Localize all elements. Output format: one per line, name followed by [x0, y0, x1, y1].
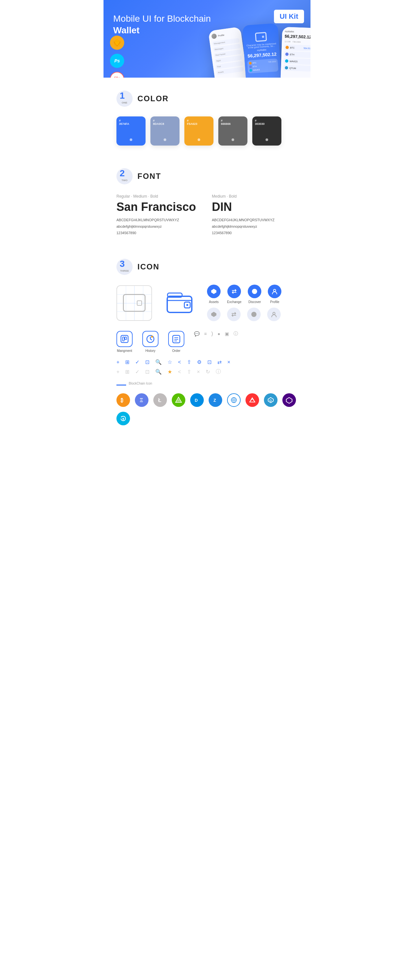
nav-icons-container: Assets Exchange Discover — [207, 285, 282, 321]
wallet-icon-outline-box — [116, 285, 152, 321]
hero-section: Mobile UI for Blockchain Wallet UI Kit P… — [104, 0, 310, 78]
color-grid: #3574FA #8DA0C8 #F5A623 #666666 #303 — [116, 116, 298, 146]
close-icon: × — [228, 360, 230, 365]
nav-discover: Discover — [248, 285, 261, 304]
nav-icons-bottom — [207, 308, 282, 321]
exchange-label: Exchange — [227, 300, 241, 304]
ps-badge: Ps — [110, 54, 124, 68]
poly-icon — [282, 393, 296, 407]
phone-mockups: Profile Management Messages Red Packet N… — [209, 24, 310, 78]
share-icon: ⇧ — [187, 359, 191, 365]
zel-icon: Z — [209, 393, 222, 407]
wallet-icon-outline — [123, 294, 145, 312]
ui-kit-badge: UI Kit — [274, 10, 304, 23]
check-icon: ✓ — [135, 359, 139, 365]
icon-main-row: Assets Exchange Discover — [116, 285, 298, 321]
svg-point-12 — [151, 336, 153, 338]
sf-name: San Francisco — [116, 200, 202, 214]
utility-icons-gray-row: + ⊞ ✓ ⊡ 🔍 ★ < ⇧ × ↻ ⓘ — [116, 368, 298, 375]
back-icon: < — [178, 360, 181, 365]
color-orange: #F5A623 — [184, 116, 213, 146]
font-section-header: 2 TWO FONT — [116, 168, 298, 185]
discover-label: Discover — [248, 300, 261, 304]
svg-point-3 — [186, 304, 188, 306]
grid-icon: ⊞ — [125, 359, 129, 365]
sf-numbers: 1234567890 — [116, 230, 202, 236]
order-label: Order — [172, 349, 180, 353]
profile-icon-gray — [267, 308, 281, 321]
order-icon-item: Order — [168, 331, 184, 353]
discover-icon — [248, 285, 261, 298]
number-two: 2 TWO — [116, 168, 132, 185]
sketch-badge — [110, 36, 124, 50]
svg-point-4 — [252, 289, 257, 294]
color-blue: #3574FA — [116, 116, 145, 146]
font-din: Medium · Bold DIN ABCDEFGHIJKLMNOPQRSTUV… — [212, 194, 298, 236]
screens-badge: 60+ Screens — [110, 72, 124, 78]
blockchain-line — [116, 385, 126, 385]
wallet-icon-blue — [167, 293, 193, 313]
number-three: 3 THREE — [116, 259, 132, 275]
stack-icon: ≡ — [204, 331, 207, 336]
star-icon-orange: ★ — [167, 369, 172, 375]
blockchain-label: BlockChain Icon — [129, 382, 152, 385]
mangment-label: Mangment — [117, 349, 132, 353]
nav-assets: Assets — [207, 285, 221, 304]
settings-icon: ⚙ — [197, 359, 202, 365]
svg-point-7 — [273, 312, 275, 315]
icon-section: 3 THREE ICON — [104, 246, 310, 435]
crescent-icon: ) — [211, 331, 213, 337]
svg-text:Q: Q — [269, 399, 272, 402]
utility-icons-row: + ⊞ ✓ ⊡ 🔍 ☆ < ⇧ ⚙ ⊡ ⇄ × — [116, 359, 298, 365]
bitcoin-icon: ₿ — [116, 393, 130, 407]
circle-icon: ● — [218, 331, 220, 336]
phone-center: Character may be masterized in the good … — [242, 23, 282, 78]
info-icon-gray: ⓘ — [216, 368, 221, 375]
history-icon-item: History — [142, 331, 158, 353]
check-icon-gray: ✓ — [135, 369, 139, 375]
icon-section-header: 3 THREE ICON — [116, 259, 298, 275]
sky-icon — [116, 412, 130, 425]
qr-icon: ⊡ — [145, 359, 150, 365]
order-icon — [168, 331, 184, 347]
sf-lowercase: abcdefghijklmnopqrstuvwxyz — [116, 223, 202, 230]
history-label: History — [145, 349, 155, 353]
svg-rect-0 — [167, 296, 192, 312]
svg-text:₿: ₿ — [121, 398, 123, 403]
color-section: 1 ONE COLOR #3574FA #8DA0C8 #F5A623 — [104, 78, 310, 155]
assets-icon — [207, 285, 221, 298]
icon-title: ICON — [137, 262, 159, 271]
font-section: 2 TWO FONT Regular · Medium · Bold San F… — [104, 155, 310, 246]
close-icon-gray: × — [197, 369, 200, 375]
crypto-icons-row: ₿ Ξ Ł D Z Q — [116, 393, 298, 425]
sf-style: Regular · Medium · Bold — [116, 194, 202, 199]
search-icon: 🔍 — [155, 359, 162, 365]
svg-rect-9 — [123, 337, 124, 341]
mangment-icon — [116, 331, 132, 347]
font-title: FONT — [137, 172, 161, 181]
color-title: COLOR — [137, 94, 169, 103]
din-style: Medium · Bold — [212, 194, 298, 199]
font-sf: Regular · Medium · Bold San Francisco AB… — [116, 194, 202, 236]
phone-right: myWallet + $6,297,502.12 12-298 738-2003… — [280, 27, 310, 78]
exchange-icon — [228, 285, 241, 298]
history-icon — [142, 331, 158, 347]
save-icon: ⊡ — [207, 359, 212, 365]
swap-icon: ⇄ — [217, 359, 221, 365]
phone-left: Profile Management Messages Red Packet N… — [208, 27, 248, 78]
din-lowercase: abcdefghijklmnopqrstuvwxyz — [212, 223, 298, 230]
neo-icon — [172, 393, 185, 407]
nav-exchange: Exchange — [227, 285, 241, 304]
font-grid: Regular · Medium · Bold San Francisco AB… — [116, 194, 298, 236]
plus-icon-gray: + — [116, 369, 119, 375]
sf-uppercase: ABCDEFGHIJKLMNOPQRSTUVWXYZ — [116, 217, 202, 223]
search-icon-gray: 🔍 — [155, 369, 162, 375]
redo-icon-gray: ↻ — [206, 369, 210, 375]
svg-text:Ξ: Ξ — [140, 398, 143, 403]
blockchain-divider: BlockChain Icon — [116, 382, 298, 390]
info-icon: ⓘ — [234, 331, 238, 337]
wallet-icon-blue-box — [162, 285, 197, 321]
plus-icon: + — [116, 360, 119, 365]
din-uppercase: ABCDEFGHIJKLMNOPQRSTUVWXYZ — [212, 217, 298, 223]
grid-coin-icon — [227, 393, 240, 407]
